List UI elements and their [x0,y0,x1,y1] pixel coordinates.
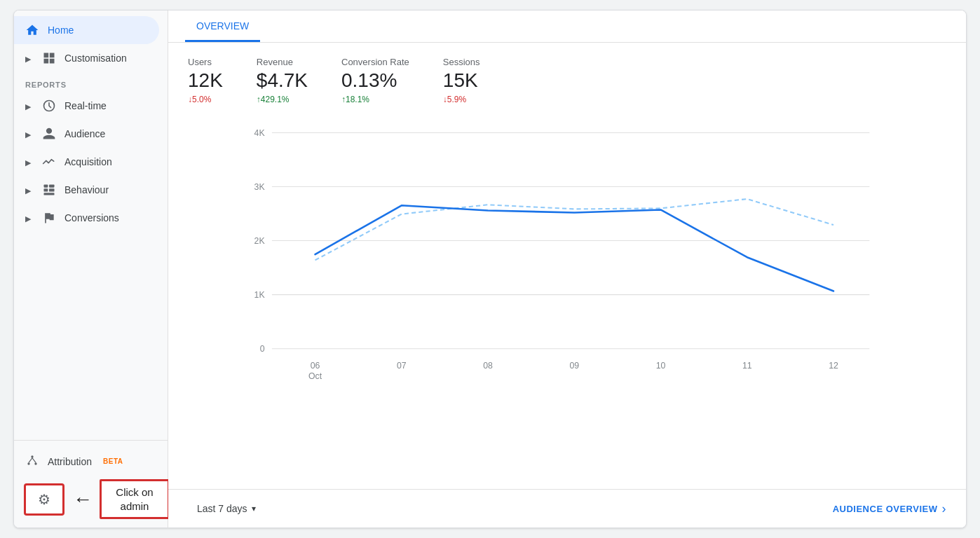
click-on-admin-annotation: Click on admin [100,479,170,519]
svg-point-8 [34,462,36,464]
svg-text:11: 11 [742,361,752,371]
tab-overview[interactable]: OVERVIEW [185,11,260,42]
metric-conversion-rate-value: 0.13% [341,70,409,92]
tab-bar: OVERVIEW [168,11,966,43]
metric-users: Users 12K ↓5.0% [188,57,223,104]
sidebar-item-customisation[interactable]: ▶ Customisation [14,44,159,72]
chart-area: 4K 3K 2K 1K 0 06 Oct 07 08 09 10 11 12 [168,113,966,486]
audience-overview-label: AUDIENCE OVERVIEW [833,504,938,514]
date-range-label: Last 7 days [197,503,247,514]
gear-icon: ⚙ [36,491,53,508]
svg-text:4K: 4K [254,127,266,137]
metric-sessions: Sessions 15K ↓5.9% [443,57,480,104]
sidebar-item-realtime-label: Real-time [64,100,107,111]
expand-arrow-icon: ▶ [25,158,32,165]
svg-text:12: 12 [829,361,838,371]
admin-button[interactable]: ⚙ [24,483,64,516]
metrics-row: Users 12K ↓5.0% Revenue $4.7K ↑429.1% Co… [168,43,966,113]
acquisition-icon [42,155,56,169]
sidebar-item-realtime[interactable]: ▶ Real-time [14,92,159,120]
arrow-left-icon: ← [73,488,93,511]
beta-badge: BETA [103,457,123,465]
metric-users-change: ↓5.0% [188,95,223,104]
sidebar-item-behaviour-label: Behaviour [64,184,109,195]
behaviour-icon [42,183,56,197]
realtime-icon [42,99,56,113]
metric-conversion-rate: Conversion Rate 0.13% ↑18.1% [341,57,409,104]
metric-sessions-value: 15K [443,70,480,92]
line-chart: 4K 3K 2K 1K 0 06 Oct 07 08 09 10 11 12 [188,118,946,385]
customisation-icon [42,51,56,65]
svg-text:2K: 2K [254,235,266,245]
svg-rect-4 [49,188,55,191]
sidebar-item-behaviour[interactable]: ▶ Behaviour [14,176,159,204]
expand-arrow-icon: ▶ [25,186,32,193]
metric-revenue-value: $4.7K [257,70,308,92]
svg-text:08: 08 [483,361,493,371]
sidebar-item-home[interactable]: Home [14,16,159,44]
metric-sessions-label: Sessions [443,57,480,67]
home-icon [25,23,39,37]
metric-sessions-change: ↓5.9% [443,95,480,104]
sidebar-item-conversions[interactable]: ▶ Conversions [14,204,159,232]
dropdown-icon: ▾ [252,504,256,513]
attribution-icon [25,453,39,469]
svg-text:0: 0 [260,344,265,354]
svg-text:06: 06 [311,361,320,371]
svg-text:1K: 1K [254,290,266,300]
expand-arrow-icon: ▶ [25,55,32,62]
sidebar-item-attribution[interactable]: Attribution BETA [14,446,168,476]
metric-conversion-rate-label: Conversion Rate [341,57,409,67]
sidebar-bottom: Attribution BETA ⚙ ← Click on admin [14,440,168,527]
sidebar-item-home-label: Home [48,25,74,36]
svg-rect-3 [49,185,55,188]
reports-section-label: REPORTS [14,72,168,92]
audience-icon [42,127,56,141]
expand-arrow-icon: ▶ [25,130,32,137]
sidebar-item-acquisition[interactable]: ▶ Acquisition [14,148,159,176]
svg-rect-2 [44,188,48,191]
svg-text:3K: 3K [254,181,266,191]
svg-rect-1 [44,185,48,188]
date-range-button[interactable]: Last 7 days ▾ [188,498,265,519]
svg-text:09: 09 [569,361,579,371]
metric-users-label: Users [188,57,223,67]
sidebar-item-acquisition-label: Acquisition [64,156,112,167]
sidebar-item-attribution-label: Attribution [48,456,92,467]
chart-footer: Last 7 days ▾ AUDIENCE OVERVIEW › [168,489,966,527]
sidebar-item-audience[interactable]: ▶ Audience [14,120,159,148]
metric-revenue-change: ↑429.1% [257,95,308,104]
tab-overview-label: OVERVIEW [196,20,249,32]
metric-revenue-label: Revenue [257,57,308,67]
audience-overview-link[interactable]: AUDIENCE OVERVIEW › [833,502,946,516]
svg-text:10: 10 [656,361,666,371]
metric-revenue: Revenue $4.7K ↑429.1% [257,57,308,104]
expand-arrow-icon: ▶ [25,102,32,109]
chevron-right-icon: › [942,502,947,516]
svg-point-6 [27,462,29,464]
main-content: OVERVIEW Users 12K ↓5.0% Revenue $4.7K ↑… [168,11,966,527]
expand-arrow-icon: ▶ [25,214,32,221]
svg-text:Oct: Oct [308,371,322,381]
sidebar-item-customisation-label: Customisation [64,53,127,64]
metric-conversion-rate-change: ↑18.1% [341,95,409,104]
sidebar: Home ▶ Customisation REPORTS ▶ [14,11,168,527]
svg-rect-5 [44,193,55,195]
app-container: Home ▶ Customisation REPORTS ▶ [13,10,967,528]
conversions-icon [42,211,56,225]
sidebar-item-conversions-label: Conversions [64,212,119,223]
sidebar-item-audience-label: Audience [64,128,105,139]
svg-text:07: 07 [397,361,407,371]
metric-users-value: 12K [188,70,223,92]
